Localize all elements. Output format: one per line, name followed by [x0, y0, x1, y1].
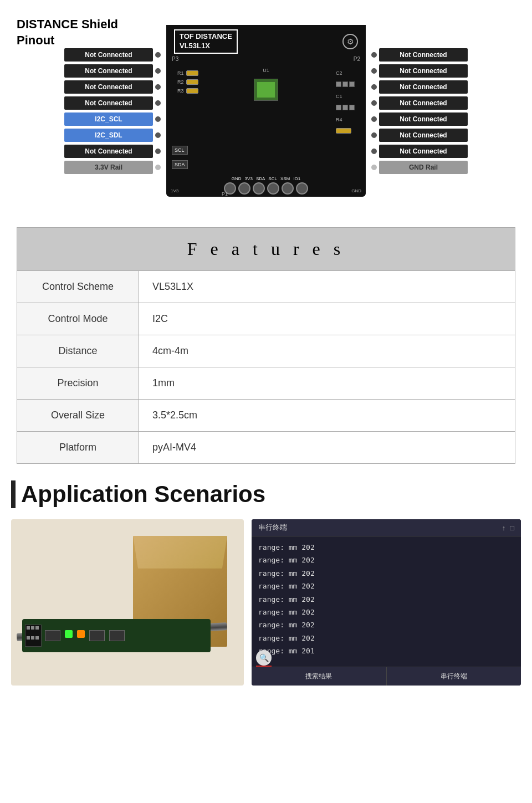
application-scenarios-title-row: Application Scenarios [11, 480, 521, 508]
sensor-block [254, 79, 278, 101]
pin-dot-left-7 [155, 165, 161, 170]
features-value-1: I2C [139, 303, 515, 335]
pin-dot-left-0 [155, 52, 161, 58]
pcb-pin-4 [27, 636, 30, 640]
conn-pin-5 [342, 105, 348, 110]
features-row-5: Platform pyAI-MV4 [17, 432, 515, 464]
pin-label-left-6: Not Connected [64, 145, 153, 158]
pin-label-left-3: Not Connected [64, 96, 153, 110]
pcb-chip-3 [109, 630, 125, 641]
features-value-2: 4cm-4m [139, 335, 515, 367]
terminal-line-0: range: mm 202 [258, 541, 514, 554]
pcb-chips-area [45, 630, 208, 641]
bottom-circle-5 [282, 182, 294, 195]
features-value-4: 3.5*2.5cm [139, 400, 515, 432]
resistor-r2: R2 [177, 79, 198, 85]
pcb-chip-1 [45, 630, 60, 641]
pcb-pin-2 [31, 626, 34, 630]
features-section: F e a t u r e s Control Scheme VL53L1X C… [0, 216, 532, 475]
cardboard-flap [133, 536, 227, 569]
bottom-lbl-gnd: GND [232, 176, 242, 181]
terminal-copy-icon: □ [510, 524, 514, 532]
board-gnd-label: GND [351, 188, 361, 193]
pin-label-right-1: Not Connected [379, 64, 468, 78]
pin-row-right-4: Not Connected [371, 112, 468, 126]
pin-row-left-3: Not Connected [64, 96, 161, 110]
pcb-pin-3 [35, 626, 39, 630]
bottom-lbl-3v3: 3V3 [245, 176, 253, 181]
pin-row-right-0: Not Connected [371, 48, 468, 62]
pin-row-left-7: 3.3V Rail [64, 161, 161, 174]
bottom-circle-3 [253, 182, 265, 195]
pinout-title-line1: DISTANCE Shield [17, 17, 118, 31]
conn-pin-3 [349, 81, 355, 87]
bottom-circle-4 [267, 182, 279, 195]
pin-label-right-5: Not Connected [379, 129, 468, 142]
scenarios-images-row: 串行终端 ↑ □ range: mm 202 range: mm 202 ran… [11, 519, 521, 686]
terminal-body-area: range: mm 202 range: mm 202 range: mm 20… [252, 536, 521, 662]
pin-label-left-5: I2C_SDL [64, 129, 153, 142]
features-row-1: Control Mode I2C [17, 303, 515, 335]
pin-label-right-4: Not Connected [379, 112, 468, 126]
features-label-4: Overall Size [17, 400, 139, 432]
pcb-connector-block [25, 625, 42, 647]
features-label-1: Control Mode [17, 303, 139, 335]
pin-label-left-2: Not Connected [64, 80, 153, 94]
pin-row-right-2: Not Connected [371, 80, 468, 94]
conn-pin-2 [342, 81, 348, 87]
pin-dot-right-7 [371, 165, 377, 170]
bottom-lbl-sda: SDA [256, 176, 265, 181]
features-label-3: Precision [17, 367, 139, 400]
pcb-led-green [65, 630, 73, 638]
pinout-title-line2: Pinout [17, 33, 54, 47]
bottom-labels-row: GND 3V3 SDA SCL XSM IO1 [232, 176, 300, 181]
features-row-2: Distance 4cm-4m [17, 335, 515, 367]
terminal-tab-serial[interactable]: 串行终端 [387, 667, 521, 686]
pin-label-left-0: Not Connected [64, 48, 153, 62]
pin-row-left-4: I2C_SCL [64, 112, 161, 126]
application-scenarios-heading: Application Scenarios [21, 481, 265, 508]
features-header: F e a t u r e s [17, 228, 515, 271]
terminal-header-icons: ↑ □ [502, 524, 514, 532]
terminal-line-2: range: mm 202 [258, 567, 514, 580]
features-table: F e a t u r e s Control Scheme VL53L1X C… [17, 227, 515, 464]
conn-pin-6 [349, 105, 355, 110]
terminal-line-6: range: mm 202 [258, 618, 514, 631]
pin-dot-right-0 [371, 52, 377, 58]
terminal-line-4: range: mm 202 [258, 593, 514, 606]
pcb-pin-1 [27, 626, 30, 630]
pin-label-right-7: GND Rail [379, 161, 468, 174]
board-gear-icon: ⚙ [342, 34, 358, 49]
pin-label-right-3: Not Connected [379, 96, 468, 110]
board-p3-label: P3 [172, 56, 178, 62]
resistor-r1: R1 [177, 70, 198, 76]
pinout-title: DISTANCE Shield Pinout [17, 17, 118, 48]
pin-label-left-7: 3.3V Rail [64, 161, 153, 174]
resistor-r3-body [186, 88, 198, 94]
pin-dot-right-5 [371, 132, 377, 138]
pcb-led-orange [77, 630, 85, 638]
pcb-pin-6 [35, 636, 39, 640]
pin-row-right-1: Not Connected [371, 64, 468, 78]
features-label-5: Platform [17, 432, 139, 464]
pin-row-left-2: Not Connected [64, 80, 161, 94]
resistor-r2-body [186, 79, 198, 85]
c2-label: C2 [336, 70, 355, 76]
pin-row-right-3: Not Connected [371, 96, 468, 110]
pcb-board-visual: TOF DISTANCE VL53L1X ⚙ P3 P2 R1 R2 [166, 25, 366, 197]
resistor-r1-body [186, 70, 198, 76]
pin-dot-left-5 [155, 132, 161, 138]
pin-label-right-6: Not Connected [379, 145, 468, 158]
terminal-tab-search[interactable]: 搜索结果 [252, 667, 387, 686]
pin-dot-right-4 [371, 116, 377, 122]
pin-dot-left-1 [155, 68, 161, 74]
terminal-header-bar: 串行终端 ↑ □ [252, 519, 521, 536]
pin-dot-left-3 [155, 100, 161, 106]
board-title-line2: VL53L1X [180, 42, 232, 51]
pin-row-left-0: Not Connected [64, 48, 161, 62]
pinout-section: DISTANCE Shield Pinout Not Connected Not… [0, 0, 532, 216]
bottom-lbl-io1: IO1 [293, 176, 300, 181]
right-pins-column: Not Connected Not Connected Not Connecte… [371, 48, 468, 174]
board-p2-label: P2 [354, 56, 360, 62]
connector-group-c2 [336, 81, 355, 87]
